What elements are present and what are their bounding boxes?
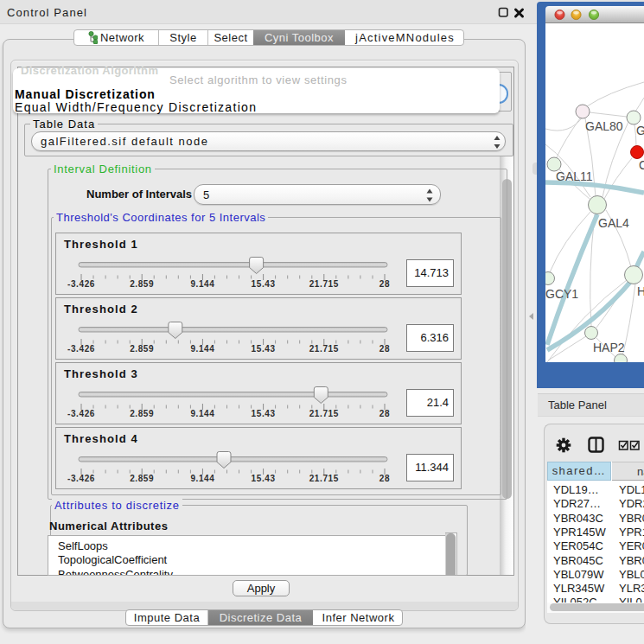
- svg-text:28: 28: [379, 344, 390, 354]
- svg-text:28: 28: [379, 474, 390, 483]
- svg-text:21.715: 21.715: [309, 279, 339, 289]
- svg-text:9.144: 9.144: [190, 279, 214, 289]
- svg-text:C: C: [639, 158, 644, 172]
- svg-text:15.43: 15.43: [252, 409, 276, 418]
- svg-text:2.859: 2.859: [130, 409, 154, 418]
- svg-text:GA: GA: [636, 124, 644, 137]
- svg-text:9.144: 9.144: [190, 409, 214, 418]
- svg-text:GAL11: GAL11: [556, 169, 593, 183]
- svg-text:21.715: 21.715: [309, 474, 339, 483]
- svg-text:-3.426: -3.426: [67, 409, 95, 418]
- svg-text:15.43: 15.43: [252, 474, 276, 483]
- svg-text:-3.426: -3.426: [67, 344, 95, 354]
- svg-text:2.859: 2.859: [130, 344, 154, 354]
- svg-text:28: 28: [379, 279, 390, 289]
- svg-text:2.859: 2.859: [130, 474, 154, 483]
- svg-text:-3.426: -3.426: [67, 474, 95, 483]
- svg-text:15.43: 15.43: [252, 344, 276, 354]
- svg-text:-3.426: -3.426: [67, 279, 95, 289]
- svg-text:2.859: 2.859: [130, 279, 154, 289]
- svg-text:9.144: 9.144: [190, 344, 214, 354]
- svg-text:GAL4: GAL4: [598, 216, 629, 230]
- svg-text:HAP2: HAP2: [593, 341, 625, 354]
- svg-text:9.144: 9.144: [190, 474, 214, 483]
- svg-text:21.715: 21.715: [309, 409, 339, 418]
- svg-text:28: 28: [379, 409, 390, 418]
- svg-text:15.43: 15.43: [252, 279, 276, 289]
- svg-text:GCY1: GCY1: [545, 287, 578, 301]
- svg-text:GAL80: GAL80: [585, 119, 623, 133]
- svg-text:21.715: 21.715: [309, 344, 339, 354]
- svg-text:H: H: [637, 284, 644, 298]
